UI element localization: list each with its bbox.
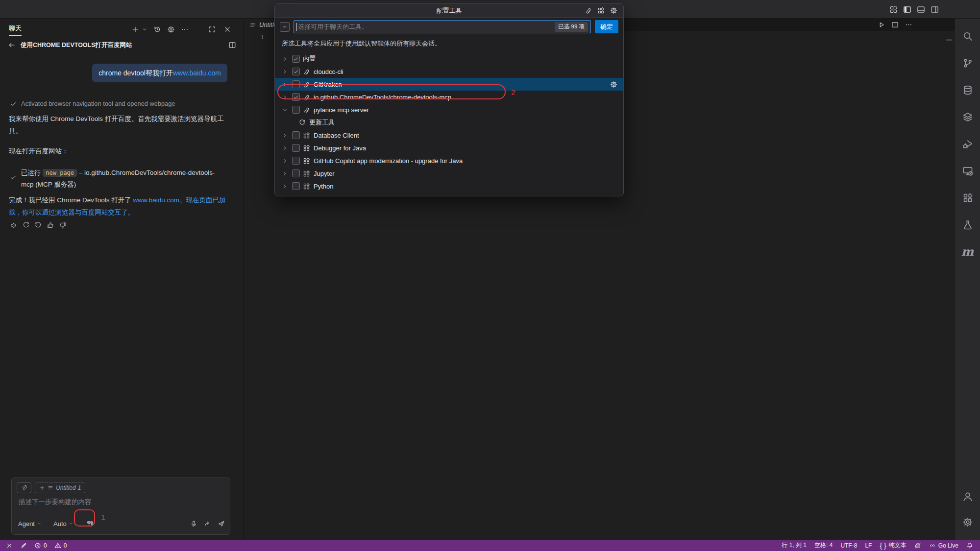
tool-item-pylance-mcp-server[interactable]: pylance mcp server (275, 103, 623, 116)
editor-scrollbar[interactable] (946, 39, 953, 41)
chevron-down-icon[interactable] (282, 107, 289, 113)
thumbs-up-icon[interactable] (47, 221, 54, 229)
activity-search[interactable] (955, 23, 980, 49)
status-空格-4[interactable]: 空格: 4 (814, 541, 833, 550)
kebab-icon[interactable] (905, 21, 912, 28)
text-cursor (296, 23, 297, 31)
activity-beaker[interactable] (955, 211, 980, 238)
close-icon[interactable] (223, 25, 231, 33)
checkbox-unchecked[interactable] (292, 144, 300, 152)
status-remote-window[interactable] (6, 542, 13, 549)
extensions-icon[interactable] (597, 7, 605, 14)
chevron-right-icon[interactable] (282, 170, 289, 177)
chevron-right-icon[interactable] (282, 69, 289, 75)
search-icon (962, 31, 973, 42)
checkbox-checked[interactable] (292, 68, 300, 75)
status-bell[interactable] (966, 542, 973, 549)
status-纯文本[interactable]: { }纯文本 (880, 541, 906, 550)
send-icon[interactable] (218, 520, 225, 527)
chevron-right-icon[interactable] (282, 183, 289, 190)
layout-customize-icon[interactable] (889, 5, 898, 14)
activity-database[interactable] (955, 76, 980, 103)
ok-button[interactable]: 确定 (595, 20, 618, 33)
chat-input-box[interactable]: Untitled-1 描述下一步要构建的内容 Agent Auto (11, 478, 230, 535)
chevron-right-icon[interactable] (282, 145, 289, 151)
split-editor-icon[interactable] (891, 21, 899, 28)
extensions-icon (962, 192, 973, 203)
user-message-link[interactable]: www.baidu.com (173, 69, 221, 77)
activity-layers[interactable] (955, 103, 980, 130)
tool-item-io-github-chromedevtools-chrome-devtools-mcp[interactable]: io.github.ChromeDevTools/chrome-devtools… (275, 91, 623, 103)
open-chat-in-editor-icon[interactable] (228, 41, 236, 49)
toggle-all-checkbox[interactable] (280, 22, 290, 32)
chat-input-placeholder[interactable]: 描述下一步要构建的内容 (19, 498, 92, 506)
model-dropdown[interactable]: Auto (53, 520, 74, 527)
thumbs-down-icon[interactable] (59, 221, 67, 229)
status-copilot-blocked[interactable] (914, 542, 921, 549)
activity-gear[interactable] (955, 509, 980, 535)
status-0[interactable]: 0 (34, 542, 47, 549)
tool-item-jupyter[interactable]: Jupyter (275, 167, 623, 180)
checkbox-checked[interactable] (292, 93, 300, 101)
checkbox-unchecked[interactable] (292, 157, 300, 165)
activity-m-logo[interactable]: m (955, 238, 980, 265)
agent-mode-dropdown[interactable]: Agent (18, 520, 42, 527)
kebab-icon[interactable] (181, 25, 189, 33)
context-chip[interactable]: Untitled-1 (35, 482, 85, 493)
activity-debug-alt[interactable] (955, 130, 980, 157)
checkbox-unchecked[interactable] (292, 131, 300, 139)
configure-tools-button[interactable] (82, 517, 99, 530)
status-utf-8[interactable]: UTF-8 (840, 542, 857, 549)
tool-item-gear-icon[interactable] (610, 81, 617, 88)
checkbox-unchecked[interactable] (292, 106, 300, 114)
checkbox-checked[interactable] (292, 55, 300, 63)
run-icon[interactable] (878, 21, 885, 28)
plus-icon[interactable] (131, 25, 139, 33)
gear-icon[interactable] (167, 25, 175, 33)
checkbox-unchecked[interactable] (292, 182, 300, 190)
status-rocket[interactable] (20, 542, 27, 549)
tool-item-python[interactable]: Python (275, 180, 623, 192)
chevron-right-icon[interactable] (282, 56, 289, 62)
status-行-1-列-1[interactable]: 行 1, 列 1 (782, 541, 807, 550)
refresh-icon[interactable] (22, 221, 30, 229)
tool-item-更新工具[interactable]: 更新工具 (275, 116, 623, 129)
activity-extensions[interactable] (955, 184, 980, 211)
mcp-icon[interactable] (585, 7, 592, 14)
line-number: 1 (256, 33, 264, 41)
chevron-right-icon[interactable] (282, 94, 289, 100)
activity-remote-explorer[interactable] (955, 157, 980, 184)
chevron-right-icon[interactable] (282, 158, 289, 164)
status-0[interactable]: 0 (54, 542, 67, 549)
panel-right-icon[interactable] (931, 5, 939, 14)
history-icon[interactable] (153, 25, 161, 33)
expand-icon[interactable] (208, 25, 216, 33)
speaker-icon[interactable] (10, 221, 18, 229)
checkbox-unchecked[interactable] (292, 169, 300, 177)
chevron-right-icon[interactable] (282, 81, 289, 88)
gear-icon[interactable] (610, 7, 617, 14)
tool-item-github-copilot-app-modernization-upgrade-for-java[interactable]: GitHub Copilot app modernization - upgra… (275, 154, 623, 167)
tool-search-input[interactable]: 选择可用于聊天的工具。 已选 99 项 (294, 20, 591, 33)
tool-item-gitkraken[interactable]: GitKraken (275, 78, 623, 91)
tool-item-内置[interactable]: 内置 (275, 52, 623, 65)
activity-account[interactable] (955, 484, 980, 509)
tool-item-database-client[interactable]: Database Client (275, 129, 623, 142)
mic-icon[interactable] (190, 520, 197, 527)
undo-icon[interactable] (34, 221, 42, 229)
attach-button[interactable] (17, 482, 31, 493)
status-go-live[interactable]: Go Live (929, 542, 958, 549)
tab-chat[interactable]: 聊天 (9, 24, 22, 36)
tool-item-debugger-for-java[interactable]: Debugger for Java (275, 142, 623, 154)
activity-source-control[interactable] (955, 49, 980, 76)
checkbox-unchecked[interactable] (292, 80, 300, 88)
panel-left-filled-icon[interactable] (903, 5, 911, 14)
panel-bottom-icon[interactable] (917, 5, 925, 14)
redirect-icon[interactable] (204, 520, 211, 527)
tool-item-cloudcc-cli[interactable]: cloudcc-cli (275, 65, 623, 78)
status-lf[interactable]: LF (865, 542, 872, 549)
chevron-down-small-icon[interactable] (142, 26, 147, 32)
assistant-paragraph: 我来帮你使用 Chrome DevTools 打开百度。首先我需要激活浏览器导航… (9, 113, 228, 137)
back-icon[interactable] (8, 41, 16, 49)
chevron-right-icon[interactable] (282, 132, 289, 139)
